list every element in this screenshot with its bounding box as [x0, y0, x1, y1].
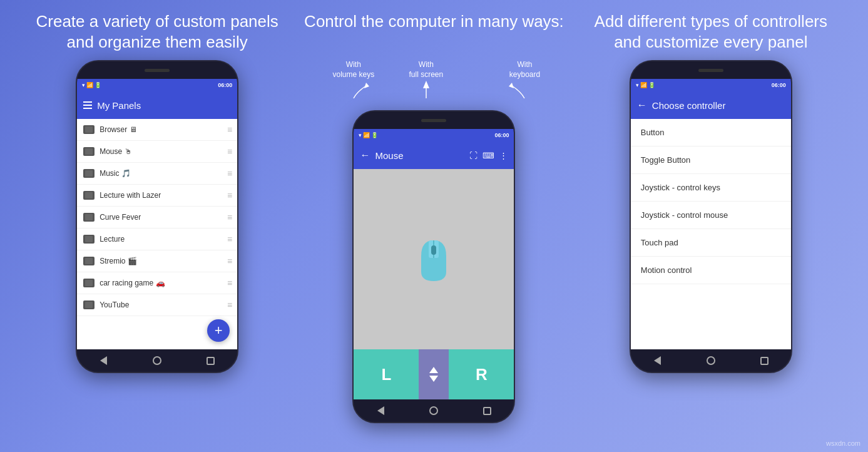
nav-recents-3[interactable]: [758, 355, 770, 366]
svg-marker-2: [509, 83, 514, 88]
annotation-volume: Withvolume keys: [332, 60, 374, 110]
nav-home-2[interactable]: [428, 405, 439, 416]
panel-item-browser[interactable]: Browser 🖥 ≡: [77, 119, 237, 141]
panel-drag-car-racing[interactable]: ≡: [227, 278, 231, 288]
panel-label-browser: Browser 🖥: [100, 125, 227, 134]
panel-label-curve-fever: Curve Fever: [100, 213, 227, 222]
mouse-right-button[interactable]: R: [449, 349, 514, 399]
controller-item-toggle[interactable]: Toggle Button: [631, 146, 791, 174]
controller-item-motion[interactable]: Motion control: [631, 257, 791, 284]
sections-row: Create a variety of custom panelsand org…: [0, 0, 868, 423]
nav-recents-2[interactable]: [482, 405, 493, 416]
nav-back-1[interactable]: [98, 355, 110, 366]
panel-item-lecture-lazer[interactable]: Lecture with Lazer ≡: [77, 185, 237, 207]
panel-icon-music: [83, 169, 94, 178]
controller-header-title: Choose controller: [652, 100, 726, 111]
phone-panels: ▾📶🔋 06:00 My Panels Browser 🖥 ≡ Mous: [76, 60, 238, 373]
panel-item-stremio[interactable]: Stremio 🎬 ≡: [77, 250, 237, 272]
panel-item-lecture[interactable]: Lecture ≡: [77, 229, 237, 250]
controller-header: ← Choose controller: [631, 91, 791, 119]
section-mouse: Control the computer in many ways: Withv…: [302, 11, 565, 423]
keyboard-icon[interactable]: ⌨: [483, 151, 494, 160]
status-bar-3: ▾📶🔋 06:00: [631, 79, 791, 91]
annotation-keyboard-arrow: [509, 80, 540, 108]
nav-back-2[interactable]: [375, 405, 386, 416]
annotation-fullscreen: Withfull screen: [409, 60, 443, 110]
mouse-icon: [415, 234, 452, 284]
phone-top-bar-2: [354, 111, 514, 129]
phone-speaker-3: [698, 69, 723, 72]
app-header-panels: My Panels: [77, 91, 237, 119]
panel-drag-browser[interactable]: ≡: [227, 125, 231, 135]
status-time-1: 06:00: [218, 82, 232, 88]
panel-item-music[interactable]: Music 🎵 ≡: [77, 163, 237, 185]
panel-drag-music[interactable]: ≡: [227, 168, 231, 178]
annotations-area: Withvolume keys Withfull screen Withkeyb…: [309, 60, 559, 110]
controller-item-joystick-keys[interactable]: Joystick - control keys: [631, 174, 791, 202]
panel-drag-youtube[interactable]: ≡: [227, 300, 231, 310]
nav-back-3[interactable]: [651, 355, 663, 366]
panel-icon-youtube: [83, 300, 94, 309]
panel-item-mouse[interactable]: Mouse 🖱 ≡: [77, 141, 237, 163]
mouse-touchpad-area[interactable]: [354, 169, 514, 349]
controller-item-button[interactable]: Button: [631, 119, 791, 146]
fab-add-panel[interactable]: +: [207, 319, 230, 342]
panel-icon-browser: [83, 125, 94, 134]
mouse-header-icons: ⛶ ⌨ ⋮: [469, 151, 508, 160]
panel-drag-curve-fever[interactable]: ≡: [227, 212, 231, 222]
panel-drag-mouse[interactable]: ≡: [227, 146, 231, 157]
controller-item-touchpad[interactable]: Touch pad: [631, 229, 791, 257]
back-arrow-controller[interactable]: ←: [637, 100, 647, 111]
watermark: wsxdn.com: [826, 439, 860, 447]
nav-home-1[interactable]: [151, 355, 163, 366]
panel-icon-lecture-lazer: [83, 191, 94, 200]
status-bar-2: ▾📶🔋 06:00: [354, 129, 514, 141]
status-time-2: 06:00: [494, 132, 509, 138]
mouse-middle-button[interactable]: [419, 349, 449, 399]
nav-recents-1[interactable]: [205, 355, 216, 366]
annotation-volume-text: Withvolume keys: [332, 60, 374, 80]
panel-icon-lecture: [83, 235, 94, 244]
svg-rect-5: [431, 245, 436, 255]
panel-label-youtube: YouTube: [100, 300, 227, 309]
phone-top-bar-1: [77, 61, 237, 79]
phone-mouse: ▾📶🔋 06:00 ← Mouse ⛶ ⌨ ⋮: [352, 110, 515, 423]
scroll-down-icon: [429, 376, 438, 382]
panel-icon-curve-fever: [83, 213, 94, 222]
controller-list: Button Toggle Button Joystick - control …: [631, 119, 791, 349]
fullscreen-icon[interactable]: ⛶: [469, 151, 477, 160]
panel-drag-lecture-lazer[interactable]: ≡: [227, 190, 231, 200]
panel-icon-mouse: [83, 147, 94, 156]
scroll-up-icon: [429, 367, 438, 373]
status-icons-3: ▾📶🔋: [636, 82, 655, 88]
nav-home-3[interactable]: [705, 355, 717, 366]
annotation-fullscreen-arrow: [417, 80, 436, 108]
phone-bottom-bar-2: [354, 399, 514, 422]
status-icons-1: ▾📶🔋: [82, 82, 101, 88]
annotation-fullscreen-text: Withfull screen: [409, 60, 443, 80]
panel-item-youtube[interactable]: YouTube ≡: [77, 294, 237, 316]
status-icons-2: ▾📶🔋: [359, 132, 378, 138]
section-controller-title: Add different types of controllersand cu…: [595, 11, 827, 54]
back-arrow-mouse[interactable]: ←: [360, 150, 370, 161]
status-time-3: 06:00: [772, 82, 786, 88]
panel-icon-stremio: [83, 257, 94, 265]
controller-item-joystick-mouse[interactable]: Joystick - control mouse: [631, 202, 791, 229]
panel-drag-stremio[interactable]: ≡: [227, 256, 231, 266]
hamburger-icon[interactable]: [83, 101, 92, 109]
panel-item-car-racing[interactable]: car racing game 🚗 ≡: [77, 272, 237, 294]
annotation-volume-arrow: [338, 80, 369, 108]
more-icon[interactable]: ⋮: [499, 151, 508, 160]
mouse-buttons-row: L R: [354, 349, 514, 399]
panel-label-car-racing: car racing game 🚗: [100, 279, 227, 287]
mouse-header: ← Mouse ⛶ ⌨ ⋮: [354, 141, 514, 169]
phone-top-bar-3: [631, 61, 791, 79]
section-controller: Add different types of controllersand cu…: [580, 11, 842, 423]
phone-controller: ▾📶🔋 06:00 ← Choose controller Button Tog…: [630, 60, 792, 373]
panel-item-curve-fever[interactable]: Curve Fever ≡: [77, 207, 237, 229]
section-panels-title: Create a variety of custom panelsand org…: [36, 11, 278, 54]
panel-drag-lecture[interactable]: ≡: [227, 234, 231, 244]
mouse-left-button[interactable]: L: [354, 349, 419, 399]
svg-marker-0: [364, 83, 369, 88]
panel-label-stremio: Stremio 🎬: [100, 257, 227, 265]
